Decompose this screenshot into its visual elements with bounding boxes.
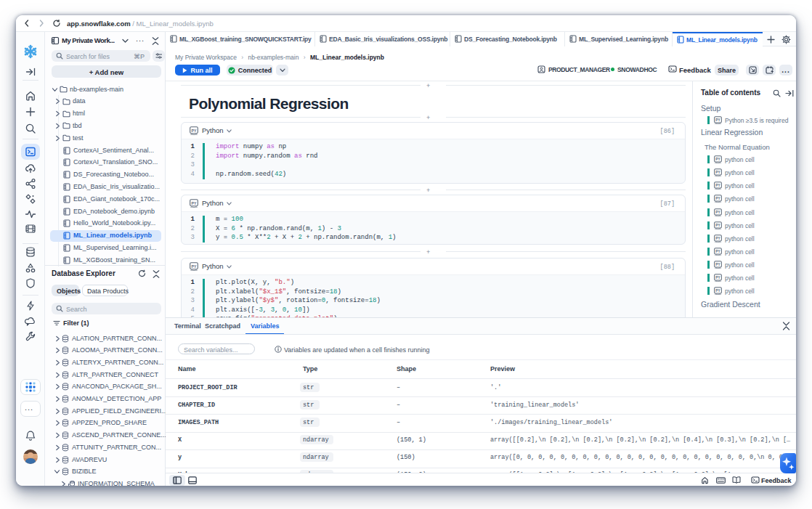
svg-text:PY: PY [192,264,197,269]
svg-text:PY: PY [715,197,720,200]
svg-text:PY: PY [715,210,720,213]
svg-text:PY: PY [715,224,720,227]
svg-text:PY: PY [715,158,720,161]
svg-text:PY: PY [715,250,720,253]
svg-text:PY: PY [715,289,720,293]
svg-text:PY: PY [192,201,197,205]
svg-text:PY: PY [715,118,720,122]
svg-text:PY: PY [715,263,720,266]
svg-text:PY: PY [715,171,720,174]
svg-text:PY: PY [715,184,720,187]
svg-text:PY: PY [715,276,720,280]
svg-text:PY: PY [192,129,197,133]
svg-text:PY: PY [715,237,720,240]
